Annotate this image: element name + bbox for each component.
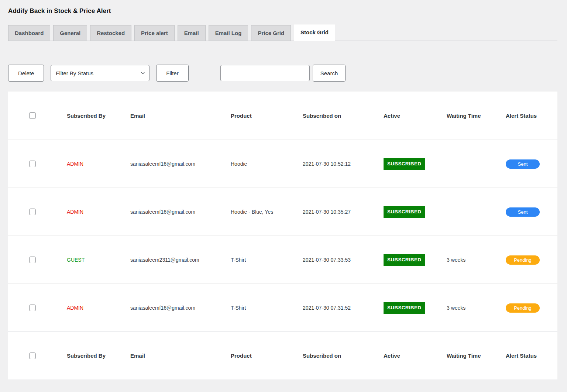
column-header: Subscribed on — [303, 113, 384, 119]
tab-stock-grid[interactable]: Stock Grid — [294, 24, 335, 41]
active-cell: SUBSCRIBED — [384, 302, 447, 314]
checkbox-cell — [29, 257, 67, 263]
select-row-checkbox[interactable] — [29, 305, 36, 311]
checkbox-cell — [29, 353, 67, 359]
subscribed-badge: SUBSCRIBED — [384, 254, 425, 266]
filter-button[interactable]: Filter — [156, 65, 188, 82]
subscribed-by-cell: ADMIN — [67, 209, 130, 215]
subscribed-on-cell: 2021-07-30 07:33:53 — [303, 257, 384, 263]
select-row-checkbox[interactable] — [29, 257, 36, 263]
search-input[interactable] — [220, 65, 310, 81]
subscriber-type-label: ADMIN — [67, 305, 83, 311]
alert-status-badge: Pending — [506, 303, 540, 313]
toolbar: Delete Filter By Status Filter Search — [8, 65, 557, 82]
subscribed-badge: SUBSCRIBED — [384, 302, 425, 314]
plugin-page: Addify Back in Stock & Price Alert Dashb… — [0, 0, 567, 389]
checkbox-cell — [29, 161, 67, 167]
subscriptions-table: Subscribed ByEmailProductSubscribed onAc… — [8, 92, 557, 379]
alert-status-badge: Pending — [506, 255, 540, 265]
tab-dashboard[interactable]: Dashboard — [8, 25, 50, 41]
table-header-row: Subscribed ByEmailProductSubscribed onAc… — [8, 92, 557, 140]
column-header: Alert Status — [506, 353, 557, 359]
tab-restocked[interactable]: Restocked — [90, 25, 131, 41]
column-header: Active — [384, 353, 447, 359]
select-row-checkbox[interactable] — [29, 161, 36, 167]
alert-status-cell: Pending — [506, 255, 557, 265]
table-row: ADMINsaniasaleemf16@gmail.comT-Shirt2021… — [8, 283, 557, 331]
subscribed-by-cell: ADMIN — [67, 305, 130, 311]
product-cell: T-Shirt — [231, 257, 303, 263]
active-cell: SUBSCRIBED — [384, 206, 447, 218]
tab-email[interactable]: Email — [178, 25, 206, 41]
filter-status-select-wrap: Filter By Status — [51, 65, 150, 81]
subscriber-type-label: ADMIN — [67, 209, 83, 215]
email-cell: saniasaleemf16@gmail.com — [130, 305, 231, 311]
checkbox-cell — [29, 112, 67, 119]
select-all-checkbox[interactable] — [29, 112, 36, 119]
alert-status-cell: Sent — [506, 159, 557, 169]
email-cell: saniasaleem2311@gmail.com — [130, 257, 231, 263]
checkbox-cell — [29, 209, 67, 215]
tab-price-alert[interactable]: Price alert — [134, 25, 175, 41]
table-row: ADMINsaniasaleemf16@gmail.comHoodie - Bl… — [8, 188, 557, 235]
column-header: Subscribed on — [303, 353, 384, 359]
column-header: Product — [231, 113, 303, 119]
tab-bar: DashboardGeneralRestockedPrice alertEmai… — [8, 24, 557, 41]
column-header: Email — [130, 353, 231, 359]
column-header: Waiting Time — [447, 113, 506, 119]
product-cell: Hoodie - Blue, Yes — [231, 209, 303, 215]
subscribed-badge: SUBSCRIBED — [384, 206, 425, 218]
alert-status-cell: Pending — [506, 303, 557, 313]
tab-price-grid[interactable]: Price Grid — [251, 25, 291, 41]
search-button[interactable]: Search — [313, 65, 346, 82]
email-cell: saniasaleemf16@gmail.com — [130, 161, 231, 167]
product-cell: Hoodie — [231, 161, 303, 167]
delete-button[interactable]: Delete — [8, 65, 44, 82]
table-row: ADMINsaniasaleemf16@gmail.comHoodie2021-… — [8, 140, 557, 188]
active-cell: SUBSCRIBED — [384, 254, 447, 266]
column-header: Email — [130, 113, 231, 119]
column-header: Product — [231, 353, 303, 359]
waiting-time-cell: 3 weeks — [447, 305, 506, 311]
tab-email-log[interactable]: Email Log — [209, 25, 248, 41]
subscribed-by-cell: ADMIN — [67, 161, 130, 167]
alert-status-cell: Sent — [506, 207, 557, 217]
select-all-checkbox-bottom[interactable] — [29, 353, 36, 359]
waiting-time-cell: 3 weeks — [447, 257, 506, 263]
subscribed-on-cell: 2021-07-30 10:52:12 — [303, 161, 384, 167]
table-footer-row: Subscribed ByEmailProductSubscribed onAc… — [8, 331, 557, 379]
column-header: Active — [384, 113, 447, 119]
column-header: Subscribed By — [67, 353, 130, 359]
page-title: Addify Back in Stock & Price Alert — [8, 7, 557, 15]
filter-status-select[interactable]: Filter By Status — [51, 65, 150, 81]
subscribed-on-cell: 2021-07-30 07:31:52 — [303, 305, 384, 311]
product-cell: T-Shirt — [231, 305, 303, 311]
alert-status-badge: Sent — [506, 207, 540, 217]
column-header: Subscribed By — [67, 113, 130, 119]
subscriber-type-label: GUEST — [67, 257, 85, 263]
subscriber-type-label: ADMIN — [67, 161, 83, 167]
active-cell: SUBSCRIBED — [384, 158, 447, 170]
subscribed-badge: SUBSCRIBED — [384, 158, 425, 170]
checkbox-cell — [29, 305, 67, 311]
column-header: Waiting Time — [447, 353, 506, 359]
tab-general[interactable]: General — [53, 25, 87, 41]
subscribed-on-cell: 2021-07-30 10:35:27 — [303, 209, 384, 215]
select-row-checkbox[interactable] — [29, 209, 36, 215]
email-cell: saniasaleemf16@gmail.com — [130, 209, 231, 215]
table-row: GUESTsaniasaleem2311@gmail.comT-Shirt202… — [8, 235, 557, 283]
alert-status-badge: Sent — [506, 159, 540, 169]
subscribed-by-cell: GUEST — [67, 257, 130, 263]
column-header: Alert Status — [506, 113, 557, 119]
